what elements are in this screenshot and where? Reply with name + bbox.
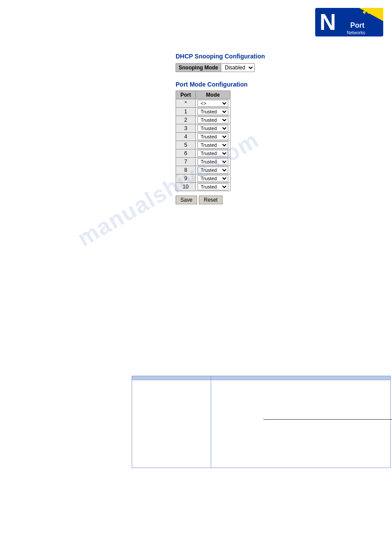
snooping-mode-row: Snooping Mode Disabled Enabled — [176, 63, 392, 72]
port-section-title: Port Mode Configuration — [176, 81, 392, 88]
table-row: 6 Trusted Untrusted — [176, 149, 230, 158]
bottom-table-col1-cell — [132, 380, 211, 468]
table-row: 5 Trusted Untrusted — [176, 141, 230, 149]
mode-cell: Trusted Untrusted — [196, 141, 230, 149]
mode-cell: Trusted Untrusted — [196, 183, 230, 191]
logo-container: N Port Networks — [313, 4, 383, 44]
mode-cell: Trusted Untrusted — [196, 166, 230, 174]
port-cell: 4 — [176, 133, 196, 141]
save-button[interactable]: Save — [176, 196, 197, 204]
port-cell: 8 — [176, 166, 196, 174]
port-mode-select[interactable]: Trusted Untrusted — [198, 167, 228, 174]
port-mode-select[interactable]: Trusted Untrusted — [198, 150, 228, 157]
bottom-table-container — [132, 376, 391, 468]
port-mode-select[interactable]: Trusted Untrusted — [198, 175, 228, 182]
port-cell: 5 — [176, 141, 196, 149]
port-mode-select[interactable]: Trusted Untrusted — [198, 116, 228, 123]
wildcard-mode-select[interactable]: <> Trusted Untrusted — [198, 100, 228, 107]
mode-cell: Trusted Untrusted — [196, 174, 230, 183]
port-mode-select[interactable]: Trusted Untrusted — [198, 158, 228, 165]
bottom-table-row — [132, 380, 391, 468]
wildcard-mode-cell: <> Trusted Untrusted — [196, 99, 230, 108]
mode-cell: Trusted Untrusted — [196, 108, 230, 116]
svg-text:N: N — [320, 9, 336, 35]
snooping-mode-select[interactable]: Disabled Enabled — [221, 63, 255, 72]
mode-cell: Trusted Untrusted — [196, 158, 230, 166]
port-mode-select[interactable]: Trusted Untrusted — [198, 133, 228, 140]
mode-cell: Trusted Untrusted — [196, 133, 230, 141]
wildcard-port-cell: * — [176, 99, 196, 108]
table-row: 4 Trusted Untrusted — [176, 133, 230, 141]
port-cell: 9 — [176, 174, 196, 183]
port-cell: 10 — [176, 183, 196, 191]
table-row: 10 Trusted Untrusted — [176, 183, 230, 191]
port-cell: 1 — [176, 108, 196, 116]
mode-cell: Trusted Untrusted — [196, 124, 230, 133]
bottom-table-col2-header — [211, 376, 390, 380]
port-mode-table: Port Mode * <> Trusted Untrusted 1 — [176, 91, 230, 191]
port-mode-select[interactable]: Trusted Untrusted — [198, 141, 228, 149]
dhcp-section-title: DHCP Snooping Configuration — [176, 53, 392, 60]
table-row: 3 Trusted Untrusted — [176, 124, 230, 133]
nport-networks-logo: N Port Networks — [315, 6, 383, 41]
logo-box: N Port Networks — [313, 4, 383, 42]
port-cell: 7 — [176, 158, 196, 166]
bottom-divider-line — [263, 419, 392, 420]
svg-point-4 — [367, 11, 370, 14]
wildcard-row: * <> Trusted Untrusted — [176, 99, 230, 108]
mode-cell: Trusted Untrusted — [196, 116, 230, 124]
port-col-header: Port — [176, 91, 196, 99]
button-row: Save Reset — [176, 196, 392, 204]
table-row: 1 Trusted Untrusted — [176, 108, 230, 116]
table-row: 7 Trusted Untrusted — [176, 158, 230, 166]
bottom-reference-table — [132, 376, 391, 468]
port-mode-select[interactable]: Trusted Untrusted — [198, 108, 228, 115]
port-cell: 6 — [176, 149, 196, 158]
bottom-table-col1-header — [132, 376, 211, 380]
svg-text:Networks: Networks — [347, 30, 365, 35]
mode-cell: Trusted Untrusted — [196, 149, 230, 158]
table-row: 9 Trusted Untrusted — [176, 174, 230, 183]
port-mode-select[interactable]: Trusted Untrusted — [198, 125, 228, 132]
snooping-mode-label: Snooping Mode — [176, 63, 221, 72]
bottom-table-col2-cell — [211, 380, 390, 468]
reset-button[interactable]: Reset — [199, 196, 222, 204]
svg-point-6 — [376, 11, 379, 14]
port-cell: 2 — [176, 116, 196, 124]
svg-text:Port: Port — [350, 22, 365, 29]
svg-point-3 — [363, 11, 366, 14]
mode-col-header: Mode — [196, 91, 230, 99]
table-row: 2 Trusted Untrusted — [176, 116, 230, 124]
table-row: 8 Trusted Untrusted — [176, 166, 230, 174]
port-mode-select[interactable]: Trusted Untrusted — [198, 183, 228, 190]
port-cell: 3 — [176, 124, 196, 133]
svg-point-5 — [372, 11, 374, 14]
